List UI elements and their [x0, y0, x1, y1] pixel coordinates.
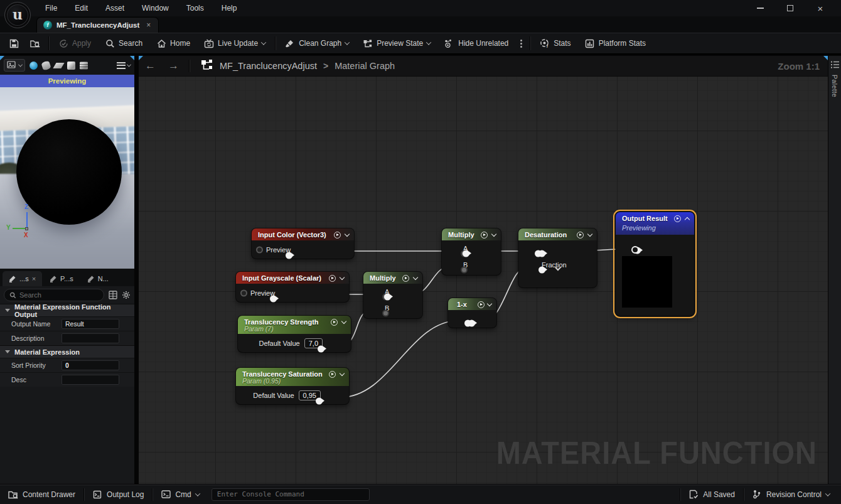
section-material-expression-function-output[interactable]: Material Expression Function Output [0, 304, 134, 316]
menu-file[interactable]: File [36, 0, 66, 16]
preview-play-icon[interactable] [481, 232, 488, 239]
tab-close-icon[interactable]: × [146, 21, 151, 29]
node-output-result[interactable]: Output Result Previewing [616, 212, 694, 316]
node-multiply-1[interactable]: Multiply A B [442, 228, 501, 275]
sort-priority-field[interactable] [62, 360, 119, 370]
node-header[interactable]: Input Color (Vector3) [252, 228, 354, 240]
palette-sidebar-tab[interactable]: Palette [828, 56, 841, 484]
preview-shape-plane-icon[interactable] [53, 62, 64, 68]
node-header[interactable]: Translucency Strength Param (7) [238, 316, 351, 334]
output-log-button[interactable]: Output Log [84, 485, 152, 504]
output-pin[interactable] [286, 252, 292, 259]
input-pin-fraction[interactable] [538, 266, 545, 273]
output-name-field[interactable] [62, 319, 119, 329]
chevron-up-icon[interactable] [685, 217, 690, 222]
chevron-down-icon[interactable] [345, 232, 350, 237]
preview-play-icon[interactable] [402, 275, 409, 282]
output-pin[interactable] [270, 295, 277, 302]
details-search-box[interactable] [4, 289, 104, 301]
preview-output-pin[interactable] [631, 246, 639, 254]
node-translucency-saturation[interactable]: Translucency Saturation Param (0.95) Def… [236, 368, 349, 404]
revision-control-button[interactable]: Revision Control [744, 485, 841, 504]
preview-shape-sphere-icon[interactable] [29, 62, 38, 70]
node-desaturation[interactable]: Desaturation Fraction [518, 228, 597, 287]
chevron-down-icon[interactable] [487, 301, 492, 306]
tab-parameters[interactable]: P...s [43, 271, 80, 286]
menu-help[interactable]: Help [213, 0, 246, 16]
maximize-icon[interactable] [779, 1, 801, 15]
node-translucency-strength[interactable]: Translucency Strength Param (7) Default … [238, 316, 351, 352]
node-one-minus-x[interactable]: 1-x [448, 298, 496, 328]
cmd-selector[interactable]: Cmd [153, 485, 207, 504]
output-pin[interactable] [316, 397, 323, 404]
node-header[interactable]: Multiply [363, 272, 422, 284]
chevron-down-icon[interactable] [340, 275, 345, 280]
preview-play-icon[interactable] [478, 301, 485, 308]
chevron-down-icon[interactable] [340, 371, 345, 376]
live-update-button[interactable]: Live Update [197, 33, 272, 53]
input-pin-b[interactable] [382, 309, 389, 316]
preview-shape-custom-mesh-icon[interactable] [80, 62, 88, 70]
preview-shape-cylinder-icon[interactable] [41, 60, 51, 70]
details-search-input[interactable] [19, 291, 99, 299]
platform-stats-button[interactable]: Platform Stats [578, 33, 653, 53]
clean-graph-button[interactable]: Clean Graph [278, 33, 356, 53]
search-button[interactable]: Search [98, 33, 149, 53]
minimize-icon[interactable] [749, 1, 771, 15]
wire-saturation-to-oneminusx[interactable] [341, 321, 458, 397]
menu-window[interactable]: Window [133, 0, 178, 16]
output-pin[interactable] [384, 293, 391, 300]
home-button[interactable]: Home [149, 33, 197, 53]
output-pin[interactable] [535, 250, 542, 257]
description-field[interactable] [62, 333, 119, 343]
menu-tools[interactable]: Tools [178, 0, 213, 16]
viewport-menu-button[interactable] [117, 62, 131, 69]
input-pin-b[interactable] [461, 266, 468, 273]
input-pin-preview[interactable] [256, 246, 263, 253]
output-pin[interactable] [463, 250, 469, 257]
menu-asset[interactable]: Asset [97, 0, 133, 16]
tab-mf-tranclucencyadjust[interactable]: f MF_TranclucencyAdjust × [36, 17, 159, 33]
unreal-logo-icon[interactable]: u [4, 2, 31, 28]
nav-back-icon[interactable]: ← [139, 60, 162, 72]
chevron-down-icon[interactable] [587, 232, 592, 237]
input-pin-preview[interactable] [240, 289, 247, 296]
preview-shape-cube-icon[interactable] [67, 62, 75, 70]
node-header[interactable]: Output Result [616, 212, 694, 222]
all-saved-button[interactable]: All Saved [680, 485, 743, 504]
browse-to-asset-button[interactable] [24, 33, 46, 53]
close-icon[interactable]: × [810, 1, 831, 15]
output-pin[interactable] [464, 319, 471, 326]
chevron-down-icon[interactable] [413, 275, 418, 280]
apply-button[interactable]: Apply [51, 33, 98, 53]
tab-close-icon[interactable]: × [32, 275, 36, 282]
output-pin[interactable] [318, 345, 324, 352]
breadcrumb-asset[interactable]: MF_TranclucencyAdjust [220, 61, 317, 71]
node-header[interactable]: Desaturation [518, 228, 597, 240]
save-button[interactable] [0, 33, 24, 53]
preview-play-icon[interactable] [329, 275, 336, 282]
node-input-color[interactable]: Input Color (Vector3) Preview [252, 228, 354, 259]
material-graph-canvas[interactable]: ← → MF_TranclucencyAdjust > Material Gra… [139, 56, 841, 484]
preview-viewport[interactable]: Z Y X [0, 87, 134, 269]
node-header[interactable]: Translucency Saturation Param (0.95) [236, 368, 349, 386]
hide-unrelated-options-icon[interactable] [515, 40, 527, 48]
stats-button[interactable]: i Stats [533, 33, 577, 53]
desc-field[interactable] [62, 375, 119, 385]
preview-play-icon[interactable] [334, 232, 341, 239]
section-material-expression[interactable]: Material Expression [0, 345, 134, 358]
node-header[interactable]: 1-x [448, 298, 496, 310]
breadcrumb-current[interactable]: Material Graph [335, 61, 395, 71]
preview-play-icon[interactable] [331, 319, 338, 326]
preview-play-icon[interactable] [329, 371, 336, 378]
content-drawer-button[interactable]: Content Drawer [0, 485, 83, 504]
tab-details[interactable]: ...s × [3, 271, 42, 286]
display-filter-icon[interactable] [108, 291, 117, 300]
hide-unrelated-button[interactable]: Hide Unrelated [437, 33, 515, 53]
node-header[interactable]: Multiply [442, 228, 501, 240]
node-header[interactable]: Input Grayscale (Scalar) [236, 272, 349, 284]
settings-gear-icon[interactable] [121, 291, 131, 300]
chevron-down-icon[interactable] [341, 319, 346, 324]
tab-node[interactable]: N... [81, 271, 115, 286]
nav-forward-icon[interactable]: → [162, 60, 185, 72]
